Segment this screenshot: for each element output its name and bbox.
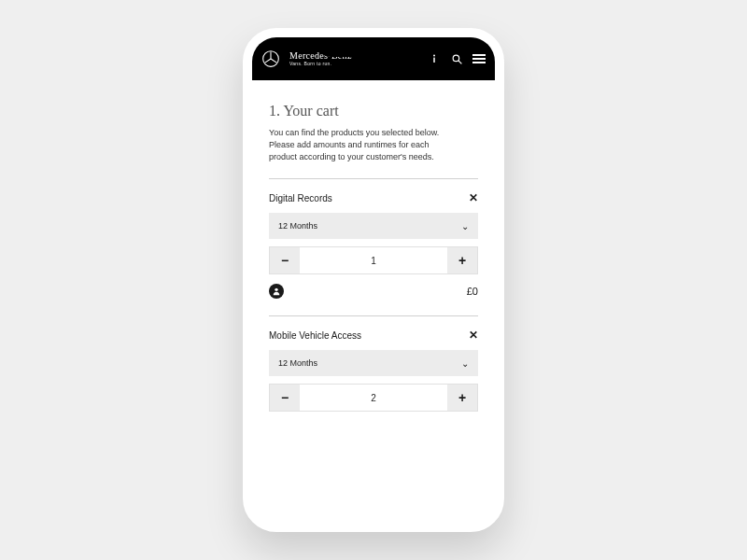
increment-button[interactable]: + [447, 247, 477, 273]
remove-item-icon[interactable]: ✕ [469, 329, 478, 341]
brand-tagline: Vans. Born to run. [289, 62, 352, 66]
price-row: £0 [269, 284, 478, 299]
person-icon[interactable] [269, 284, 284, 299]
chevron-down-icon: ⌄ [461, 221, 469, 231]
stage: Mercedes-Benz Vans. Born to run. [0, 0, 747, 560]
menu-icon[interactable] [472, 54, 486, 63]
cart-item: Digital Records ✕ 12 Months ⌄ − 1 + [269, 179, 478, 315]
cart-item: Mobile Vehicle Access ✕ 12 Months ⌄ − 2 … [269, 316, 478, 434]
search-icon[interactable] [450, 52, 463, 65]
page-description: You can find the products you selected b… [269, 127, 446, 163]
svg-point-1 [433, 55, 435, 57]
runtime-select[interactable]: 12 Months ⌄ [269, 350, 478, 376]
info-icon[interactable] [428, 52, 441, 65]
decrement-button[interactable]: − [270, 385, 300, 411]
svg-line-4 [458, 61, 461, 63]
item-price: £0 [467, 286, 478, 297]
page-content: 1. Your cart You can find the products y… [252, 80, 495, 523]
remove-item-icon[interactable]: ✕ [469, 192, 478, 203]
page-heading: 1. Your cart [269, 103, 478, 119]
increment-button[interactable]: + [447, 385, 477, 411]
runtime-value: 12 Months [278, 221, 317, 231]
quantity-stepper: − 2 + [269, 384, 478, 412]
svg-point-3 [453, 55, 459, 61]
quantity-value: 2 [300, 385, 447, 411]
svg-point-5 [275, 288, 277, 291]
cart-item-header: Digital Records ✕ [269, 192, 478, 203]
cart-item-name: Digital Records [269, 193, 332, 203]
quantity-stepper: − 1 + [269, 246, 478, 274]
header-actions [428, 52, 486, 65]
phone-notch [317, 36, 430, 57]
runtime-select[interactable]: 12 Months ⌄ [269, 213, 478, 239]
phone-frame: Mercedes-Benz Vans. Born to run. [243, 28, 504, 532]
decrement-button[interactable]: − [270, 247, 300, 273]
cart-item-name: Mobile Vehicle Access [269, 330, 361, 341]
runtime-value: 12 Months [278, 358, 317, 368]
svg-rect-2 [433, 58, 435, 63]
chevron-down-icon: ⌄ [461, 358, 469, 369]
brand-logo-icon [261, 49, 280, 68]
quantity-value: 1 [300, 247, 447, 273]
cart-item-header: Mobile Vehicle Access ✕ [269, 329, 478, 341]
